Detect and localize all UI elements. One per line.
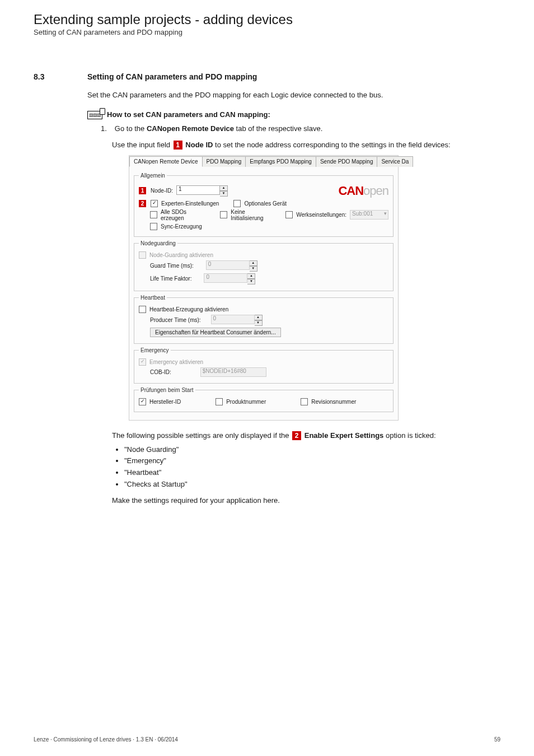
spinner-down-icon[interactable]: ▼	[220, 191, 228, 197]
spinner-up-icon: ▲	[250, 260, 257, 266]
tab-pdo-mapping[interactable]: PDO Mapping	[202, 156, 246, 167]
life-time-spinner: 0 ▲▼	[204, 273, 255, 284]
checkbox-heartbeat[interactable]	[139, 306, 146, 313]
canopen-logo-a: CAN	[338, 184, 363, 198]
dialog-screenshot: CANopen Remote Device PDO Mapping Empfan…	[129, 155, 399, 421]
callout-2-overlay: 2	[139, 200, 146, 207]
group-start-checks: Prüfungen beim Start Hersteller-ID Produ…	[134, 387, 394, 412]
settings-list: "Node Guarding" "Emergency" "Heartbeat" …	[116, 445, 500, 490]
rule-separator: _ _ _ _ _ _ _ _ _ _ _ _ _ _ _ _ _ _ _ _ …	[34, 46, 500, 55]
spinner-down-icon: ▼	[247, 279, 255, 284]
section-heading: Setting of CAN parameters and PDO mappin…	[87, 72, 257, 81]
spinner-up-icon: ▲	[255, 315, 263, 320]
footer-left: Lenze · Commissioning of Lenze drives · …	[34, 736, 178, 743]
producer-time-input: 0	[211, 315, 255, 324]
nodeid-pre: Use the input field	[112, 141, 172, 149]
label-sync: Sync-Erzeugung	[161, 223, 202, 230]
checkbox-factory-settings[interactable]	[285, 211, 293, 218]
page-title: Extending sample projects - adding devic…	[34, 12, 500, 27]
spinner-up-icon[interactable]: ▲	[220, 185, 228, 191]
tab-send-pdo[interactable]: Sende PDO Mapping	[316, 156, 378, 167]
spinner-up-icon: ▲	[247, 273, 255, 279]
tab-bar: CANopen Remote Device PDO Mapping Empfan…	[129, 156, 398, 167]
nodeid-paragraph: Use the input field 1 Node ID to set the…	[112, 140, 500, 151]
label-factory-settings: Werkseinstellungen:	[296, 212, 346, 218]
label-product-number: Produktnummer	[226, 399, 266, 405]
list-item: "Emergency"	[124, 456, 500, 466]
label-producer-time: Producer Time (ms):	[150, 317, 201, 323]
label-cobid: COB-ID:	[150, 369, 171, 375]
label-guard-time: Guard Time (ms):	[150, 263, 194, 269]
label-expert-settings: Experten-Einstellungen	[161, 200, 219, 207]
guard-time-spinner: 0 ▲▼	[206, 260, 257, 272]
select-factory-sub: Sub:001	[350, 210, 388, 220]
section-number: 8.3	[34, 72, 87, 81]
checkbox-all-sdos[interactable]	[150, 211, 157, 218]
nodeid-bold: Node ID	[185, 141, 213, 149]
canopen-logo-b: open	[363, 184, 388, 198]
list-item: "Node Guarding"	[124, 445, 500, 455]
label-life-time: Life Time Faktor:	[150, 276, 191, 282]
footer-page-number: 59	[494, 736, 500, 743]
guard-time-input: 0	[206, 260, 250, 270]
expert-settings-paragraph: The following possible settings are only…	[112, 431, 500, 441]
expert-bold: Enable Expert Settings	[305, 431, 384, 440]
callout-1-badge: 1	[174, 141, 182, 150]
group-heartbeat: Heartbeat Heartbeat-Erzeugung aktivieren…	[134, 295, 394, 344]
callout-1-overlay: 1	[139, 187, 146, 194]
page-subtitle: Setting of CAN parameters and PDO mappin…	[34, 28, 500, 36]
tab-canopen-remote[interactable]: CANopen Remote Device	[129, 156, 203, 167]
spinner-down-icon: ▼	[250, 266, 257, 272]
cobid-input: $NODEID+16#80	[200, 367, 266, 377]
group-emergency-legend: Emergency	[139, 347, 171, 353]
spinner-down-icon: ▼	[255, 320, 263, 326]
expert-pre: The following possible settings are only…	[112, 431, 291, 440]
checkbox-emergency	[139, 358, 146, 366]
step-text-post: tab of the respective slave.	[234, 124, 322, 133]
label-vendor-id: Hersteller-ID	[149, 399, 181, 405]
label-optional-device: Optionales Gerät	[244, 200, 287, 207]
procedure-title: How to set CAN parameters and CAN mappin…	[107, 110, 270, 120]
group-heartbeat-legend: Heartbeat	[139, 295, 167, 301]
producer-time-spinner: 0 ▲▼	[211, 315, 263, 326]
life-time-input: 0	[204, 273, 247, 283]
group-allgemein-legend: Allgemein	[139, 172, 167, 179]
label-revision-number: Revisionsnummer	[311, 399, 356, 405]
closing-paragraph: Make the settings required for your appl…	[112, 496, 500, 506]
tab-receive-pdo[interactable]: Empfangs PDO Mapping	[245, 156, 316, 167]
label-emergency: Emergency aktivieren	[149, 359, 203, 365]
checkbox-optional-device[interactable]	[233, 200, 241, 207]
checkbox-product-number[interactable]	[216, 398, 223, 405]
nodeid-input[interactable]: 1	[176, 185, 220, 195]
list-item: "Heartbeat"	[124, 468, 500, 478]
callout-2-badge: 2	[292, 431, 301, 440]
tab-service-data[interactable]: Service Da	[377, 156, 413, 167]
label-no-init: Keine Initialisierung	[231, 209, 272, 221]
checkbox-nodeguarding[interactable]	[139, 251, 146, 259]
group-emergency: Emergency Emergency aktivieren COB-ID: $…	[134, 347, 394, 384]
step-text-pre: Go to the	[115, 124, 147, 133]
heartbeat-consumer-button[interactable]: Eigenschaften für Heartbeat Consumer änd…	[150, 328, 281, 337]
nodeid-spinner[interactable]: 1 ▲▼	[176, 185, 228, 197]
list-item: "Checks at Startup"	[124, 479, 500, 490]
step-1: 1. Go to the CANopen Remote Device tab o…	[101, 124, 500, 134]
group-nodeguarding: Nodeguarding Node-Guarding aktivieren Gu…	[134, 240, 394, 291]
canopen-logo: CANopen	[338, 184, 388, 198]
label-heartbeat: Heartbeat-Erzeugung aktivieren	[149, 306, 228, 312]
label-nodeguarding: Node-Guarding aktivieren	[149, 252, 213, 258]
group-start-checks-legend: Prüfungen beim Start	[139, 387, 195, 393]
checkbox-expert-settings[interactable]	[151, 200, 158, 207]
step-text-bold: CANopen Remote Device	[147, 124, 234, 133]
checkbox-vendor-id[interactable]	[139, 398, 146, 405]
checkbox-revision-number[interactable]	[301, 398, 308, 405]
group-allgemein: Allgemein 1 Node-ID: 1 ▲▼ CANopen	[134, 172, 394, 237]
checkbox-sync[interactable]	[150, 223, 157, 230]
checkbox-no-init[interactable]	[220, 211, 227, 218]
procedure-icon: ▧▧▧	[87, 111, 102, 120]
step-number: 1.	[101, 124, 107, 134]
section-intro: Set the CAN parameters and the PDO mappi…	[87, 90, 500, 101]
nodeid-label: Node-ID:	[151, 188, 173, 194]
label-all-sdos: Alle SDOs erzeugen	[161, 209, 204, 221]
expert-post: option is ticked:	[386, 431, 436, 440]
nodeid-post: to set the node address corresponding to…	[215, 141, 451, 149]
